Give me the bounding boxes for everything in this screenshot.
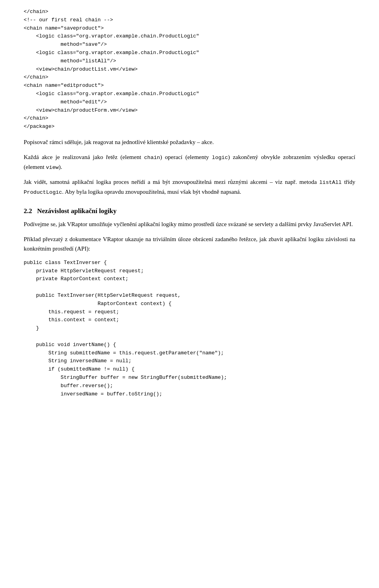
paragraph-3: Jak vidět, samotná aplikační logika proc… xyxy=(24,177,355,197)
code-inline-view: view xyxy=(46,165,58,170)
code-block-1: </chain> <!-- our first real chain --> <… xyxy=(24,8,355,131)
section-title: Nezávislost aplikační logiky xyxy=(37,207,116,215)
paragraph-4: Podívejme se, jak VRaptor umožňuje vyčle… xyxy=(24,219,355,229)
code-inline-chain: chain xyxy=(144,155,160,161)
paragraph-1: Popisovač rámci sděluje, jak reagovat na… xyxy=(24,137,355,147)
paragraph-5: Příklad převzatý z dokumentace VRaptor u… xyxy=(24,234,355,253)
section-2-2-heading: 2.2 Nezávislost aplikační logiky xyxy=(24,207,116,215)
section-number: 2.2 xyxy=(24,207,32,215)
code-inline-logic: logic xyxy=(212,155,228,161)
code-inline-productlogic: ProductLogic xyxy=(24,189,62,195)
paragraph-2: Každá akce je realizovaná jako řetěz (el… xyxy=(24,152,355,172)
code-inline-listall: listAll xyxy=(319,180,342,185)
code-section-1: </chain> <!-- our first real chain --> <… xyxy=(24,8,355,131)
code-block-2: public class TextInverser { private Http… xyxy=(24,259,355,399)
section-2-2-heading-container: 2.2 Nezávislost aplikační logiky xyxy=(24,206,355,216)
